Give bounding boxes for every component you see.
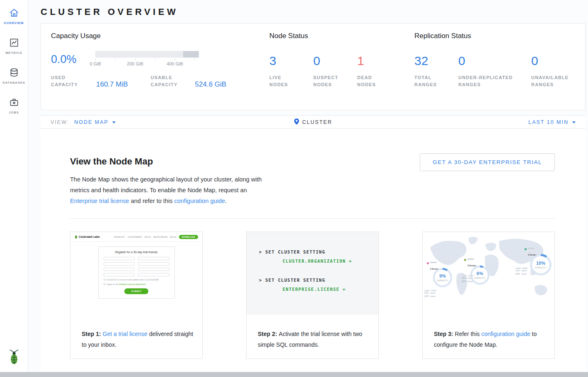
- map-pin-icon: [294, 118, 299, 126]
- form-input: [138, 257, 169, 260]
- step-caption: Step 2: Activate the trial license with …: [258, 329, 373, 350]
- capacity-gauge-reserved-segment: [183, 51, 199, 58]
- view-label: VIEW:: [51, 119, 69, 125]
- node-map-panel: View the Node Map GET A 30-DAY ENTERPRIS…: [41, 129, 586, 371]
- capacity-usage-section: Capacity Usage 0.0% 0 GiB 200 GiB 400 Gi…: [51, 32, 269, 102]
- gauge-label: CAPACITY: [535, 266, 547, 269]
- main-content: CLUSTER OVERVIEW Capacity Usage 0.0% 0 G…: [28, 0, 588, 372]
- capacity-gauge-west: 9%CAPACITY: [432, 267, 453, 288]
- enterprise-trial-link[interactable]: Enterprise trial license: [70, 198, 129, 204]
- unavailable-ranges-stat: 0 UNAVAILABLE RANGES: [531, 54, 575, 88]
- sidebar-item-jobs[interactable]: JOBS: [0, 89, 28, 119]
- sidebar: OVERVIEW METRICS DATABASES JOBS: [0, 0, 28, 372]
- stat-label: CPU: [515, 269, 520, 272]
- stat-label: CPU: [462, 276, 466, 280]
- suspect-nodes-stat: 0 SUSPECT NODES: [313, 54, 357, 88]
- step-card-3: 3 Nodes 3 Nodes 3 Nodes: [422, 232, 555, 359]
- view-selector[interactable]: NODE MAP: [74, 119, 116, 125]
- databases-icon: [0, 67, 28, 78]
- used-capacity-value: 160.7 MiB: [96, 81, 128, 88]
- under-replicated-ranges-label: UNDER-REPLICATED RANGES: [458, 74, 525, 88]
- page-title: CLUSTER OVERVIEW: [41, 7, 588, 17]
- get-trial-license-link[interactable]: Get a trial license: [103, 331, 148, 337]
- capacity-gauge-track: [95, 51, 199, 58]
- cluster-summary-card: Capacity Usage 0.0% 0 GiB 200 GiB 400 Gi…: [41, 23, 586, 110]
- gauge-label: CAPACITY: [474, 277, 486, 279]
- trial-registration-form: Register for a 30-day trial license I wo…: [98, 247, 175, 299]
- brand-logo: Cockroach Labs: [75, 235, 100, 239]
- locality-dot-icon: [525, 248, 527, 250]
- tick-label: 400 GiB: [167, 61, 183, 66]
- cluster-breadcrumb-label: CLUSTER: [302, 119, 332, 125]
- checkbox-icon: [104, 283, 105, 285]
- checkbox-label: I agree to the: [106, 283, 119, 285]
- sidebar-item-overview[interactable]: OVERVIEW: [0, 0, 28, 30]
- suspect-nodes-label: SUSPECT NODES: [313, 74, 343, 88]
- stat-label: QPS: [424, 295, 429, 298]
- form-title: Register for a 30-day trial license: [104, 251, 169, 254]
- nav-link: CUSTOMERS: [128, 236, 142, 238]
- metrics-icon: [0, 37, 28, 48]
- dead-nodes-value: 1: [357, 54, 401, 68]
- replication-status-title: Replication Status: [414, 32, 575, 40]
- used-capacity-label: USED CAPACITY: [51, 74, 87, 88]
- form-input: [104, 257, 135, 260]
- dead-nodes-stat: 1 DEAD NODES: [357, 54, 401, 88]
- email-updates-checkbox: I would like to receive email updates ab…: [104, 278, 169, 281]
- sql-code-block: > SET CLUSTER SETTING CLUSTER.ORGANIZATI…: [247, 232, 378, 315]
- sidebar-item-label: METRICS: [0, 51, 28, 55]
- total-ranges-label: TOTAL RANGES: [414, 74, 439, 88]
- capacity-percent: 0.0%: [51, 53, 95, 66]
- form-input: [138, 268, 169, 271]
- unavailable-ranges-label: UNAVAILABLE RANGES: [531, 74, 577, 88]
- jobs-icon: [0, 97, 28, 108]
- stat-label: QPS: [515, 272, 520, 276]
- step-caption: Step 1: Get a trial license delivered st…: [82, 329, 196, 350]
- chevron-down-icon: [572, 121, 576, 123]
- time-range-selector[interactable]: LAST 10 MIN: [528, 119, 576, 125]
- usable-capacity-stat: USABLE CAPACITY 524.6 GiB: [151, 74, 227, 88]
- form-input: [138, 273, 169, 276]
- live-nodes-label: LIVE NODES: [269, 74, 299, 88]
- total-ranges-value: 32: [414, 54, 458, 68]
- node-map-description: The Node Map shows the geographical layo…: [70, 174, 335, 206]
- enterprise-trial-button[interactable]: GET A 30-DAY ENTERPRISE TRIAL: [420, 153, 555, 171]
- sidebar-item-databases[interactable]: DATABASES: [0, 60, 28, 89]
- description-line: .: [225, 198, 227, 204]
- tick-label: 0 GiB: [90, 61, 101, 66]
- view-selector-value: NODE MAP: [74, 119, 109, 125]
- locality-dot-icon: [464, 259, 466, 261]
- cluster-breadcrumb[interactable]: CLUSTER: [294, 118, 332, 126]
- locality-dot-icon: [427, 262, 429, 264]
- nav-link: PRODUCT: [114, 236, 125, 238]
- configuration-guide-link[interactable]: configuration guide: [174, 198, 225, 204]
- nav-link: DOCS: [144, 236, 151, 238]
- capacity-gauge-ticks: 0 GiB 200 GiB 400 GiB: [95, 58, 199, 68]
- capacity-usage-title: Capacity Usage: [51, 32, 269, 40]
- under-replicated-ranges-value: 0: [458, 54, 531, 68]
- live-nodes-stat: 3 LIVE NODES: [269, 54, 313, 88]
- chevron-down-icon: [112, 121, 116, 123]
- home-icon: [0, 7, 28, 18]
- form-input: [104, 273, 135, 276]
- view-toolbar: VIEW: NODE MAP CLUSTER LAST 10 MIN: [41, 115, 586, 129]
- gauge-stats: CPU QPS: [462, 275, 474, 283]
- dead-nodes-label: DEAD NODES: [357, 74, 387, 88]
- stat-label: QPS: [462, 280, 466, 283]
- download-button: DOWNLOAD: [179, 235, 198, 239]
- replication-status-section: Replication Status 32 TOTAL RANGES 0 UND…: [414, 32, 575, 102]
- sql-argument: CLUSTER.ORGANIZATION =: [283, 259, 378, 263]
- configuration-guide-link[interactable]: configuration guide: [481, 331, 530, 337]
- live-nodes-value: 3: [269, 54, 313, 68]
- gauge-label: CAPACITY: [437, 279, 448, 282]
- total-ranges-stat: 32 TOTAL RANGES: [414, 54, 458, 88]
- capacity-gauge: 0 GiB 200 GiB 400 GiB: [95, 51, 199, 68]
- step-number: Step 1:: [82, 331, 103, 337]
- step-number: Step 3:: [434, 331, 455, 337]
- form-input: [138, 262, 169, 266]
- sidebar-item-metrics[interactable]: METRICS: [0, 30, 28, 60]
- license-agreement-link: Software License Agreement: [119, 283, 145, 285]
- step-card-2: > SET CLUSTER SETTING CLUSTER.ORGANIZATI…: [246, 232, 379, 359]
- suspect-nodes-value: 0: [313, 54, 357, 68]
- brand-name: Cockroach Labs: [79, 235, 100, 238]
